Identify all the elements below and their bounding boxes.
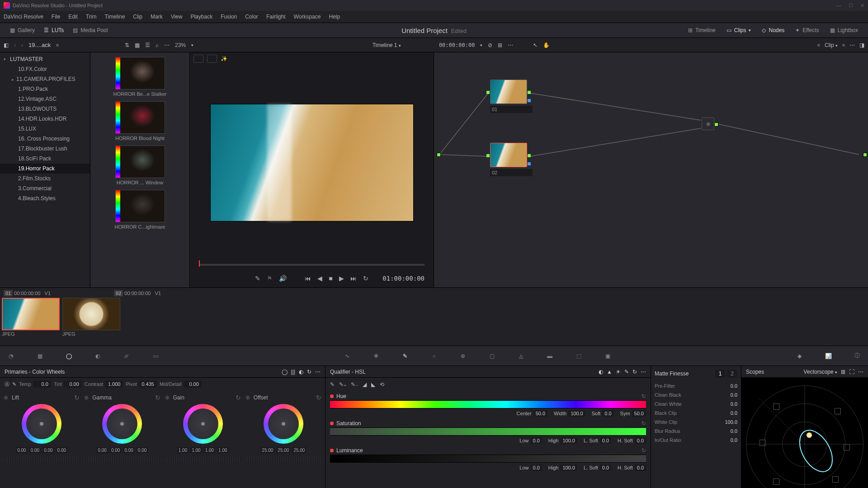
sat-reset-icon[interactable]: ↻ <box>642 420 646 427</box>
lift-wheel[interactable]: ⊕Lift↻0.000.000.000.00 <box>4 394 80 488</box>
lum-hsoft-field[interactable]: H. Soft0.0 <box>618 465 646 471</box>
matte-param[interactable]: Black Clip0.0 <box>655 408 737 418</box>
motion-effects-icon[interactable]: ▭ <box>150 351 161 361</box>
info-icon[interactable]: ⓘ <box>852 351 863 361</box>
feather-add-icon[interactable]: ◢ <box>363 381 367 388</box>
menu-workspace[interactable]: Workspace <box>294 14 321 20</box>
node-01[interactable]: 01 <box>490 80 533 113</box>
hdr-wheels-icon[interactable]: ◐ <box>92 351 103 361</box>
lightbox-button[interactable]: ▦Lightbox <box>826 25 863 35</box>
keyframes-icon[interactable]: ◆ <box>794 351 805 361</box>
tree-item[interactable]: 16. Cross Processing <box>0 134 90 144</box>
viewer-timecode[interactable]: 00:00:00:00 <box>439 42 475 48</box>
middetail-field[interactable]: Mid/Detail0.00 <box>160 380 202 388</box>
timeline-dropdown[interactable]: Timeline 1 ▾ <box>373 42 401 48</box>
hue-center-field[interactable]: Center50.0 <box>517 410 547 417</box>
primaries-reset-icon[interactable]: ↻ <box>307 369 311 375</box>
lut-thumb[interactable]: HORROR Blood Night <box>95 101 185 141</box>
menu-trim[interactable]: Trim <box>86 14 97 20</box>
qual-3d-icon[interactable]: ✎ <box>624 369 629 375</box>
clip-thumb[interactable]: JPEG <box>62 298 120 337</box>
luts-button[interactable]: ☰LUTs <box>39 25 68 35</box>
lut-thumb[interactable]: HORROR Be...e Stalker <box>95 57 185 97</box>
first-frame-icon[interactable]: ⏮ <box>305 275 311 282</box>
hue-sym-field[interactable]: Sym50.0 <box>620 410 646 417</box>
grid-view-icon[interactable]: ▦ <box>135 42 140 48</box>
menu-mark[interactable]: Mark <box>151 14 163 20</box>
clip-dropdown[interactable]: Clip ▾ <box>825 42 838 48</box>
primaries-more-icon[interactable]: ⋯ <box>315 369 321 375</box>
sizing-icon[interactable]: ⬚ <box>573 351 584 361</box>
panel-toggle-icon[interactable]: ◧ <box>4 42 9 48</box>
lum-range-bar[interactable] <box>330 455 646 463</box>
feather-sub-icon[interactable]: ◣ <box>371 381 375 388</box>
menu-timeline[interactable]: Timeline <box>104 14 125 20</box>
menu-edit[interactable]: Edit <box>68 14 78 20</box>
viewer-more-icon[interactable]: ⋯ <box>508 42 513 48</box>
picker-sub-icon[interactable]: ✎₋ <box>351 381 358 388</box>
lum-high-field[interactable]: High100.0 <box>548 465 577 471</box>
hand-tool-icon[interactable]: ✋ <box>543 42 550 48</box>
hue-width-field[interactable]: Width100.0 <box>554 410 585 417</box>
tree-item[interactable]: 15.LUX <box>0 124 90 134</box>
viewer-mode-2-icon[interactable] <box>207 55 217 63</box>
curves-icon[interactable]: ∿ <box>342 351 353 361</box>
clip-thumb[interactable]: JPEG <box>2 298 60 337</box>
matte-param[interactable]: Blur Radius0.0 <box>655 427 737 436</box>
scope-more-icon[interactable]: ⋯ <box>858 369 863 375</box>
tree-item[interactable]: 18.SciFi Pack <box>0 154 90 164</box>
hue-range-bar[interactable] <box>330 400 646 408</box>
tree-item[interactable]: 12.Vintage.ASC <box>0 94 90 104</box>
window-maximize-icon[interactable]: ☐ <box>849 3 853 9</box>
play-icon[interactable]: ▶ <box>339 275 344 282</box>
window-close-icon[interactable]: ✕ <box>860 3 864 9</box>
menu-file[interactable]: File <box>52 14 60 20</box>
auto-balance-icon[interactable]: Ⓐ <box>5 381 9 388</box>
pick-color-icon[interactable]: ✎ <box>255 275 260 282</box>
menu-davinci-resolve[interactable]: DaVinci Resolve <box>4 14 43 20</box>
pick-white-icon[interactable]: ✎ <box>12 381 16 387</box>
qual-more-icon[interactable]: ⋯ <box>641 369 646 375</box>
scope-layout-icon[interactable]: ⊞ <box>841 369 845 375</box>
menu-view[interactable]: View <box>171 14 183 20</box>
viewer-scrubber[interactable] <box>190 260 434 269</box>
qual-reset-icon[interactable]: ↻ <box>632 369 637 375</box>
matte-tab-1[interactable]: 1 <box>715 370 726 378</box>
wand-icon[interactable]: ✨ <box>221 56 227 62</box>
qual-rgb-icon[interactable]: ▲ <box>607 369 612 375</box>
menu-fusion[interactable]: Fusion <box>221 14 237 20</box>
media-pool-button[interactable]: ▤Media Pool <box>68 25 112 35</box>
sort-icon[interactable]: ⇅ <box>125 42 129 48</box>
sat-lsoft-field[interactable]: L. Soft0.0 <box>584 437 611 444</box>
window-minimize-icon[interactable]: — <box>836 3 841 9</box>
lum-low-field[interactable]: Low0.0 <box>519 465 542 471</box>
more-icon[interactable]: ⋯ <box>164 42 170 48</box>
lum-reset-icon[interactable]: ↻ <box>642 447 646 454</box>
node-panel-toggle-icon[interactable]: ◨ <box>859 42 864 48</box>
tint-field[interactable]: Tint0.00 <box>54 380 82 388</box>
qual-lum-icon[interactable]: ☀ <box>616 369 621 375</box>
matte-param[interactable]: White Clip100.0 <box>655 418 737 427</box>
matte-tab-2[interactable]: 2 <box>727 370 737 378</box>
invert-icon[interactable]: ⟲ <box>380 381 384 388</box>
tracking-icon[interactable]: ⊕ <box>458 351 468 361</box>
node-more-icon[interactable]: ⋯ <box>849 42 855 48</box>
scope-type-dropdown[interactable]: Vectorscope ▾ <box>804 369 837 375</box>
matte-param[interactable]: Clean Black0.0 <box>655 390 737 399</box>
lut-thumb[interactable]: HORROR ... Window <box>95 145 185 185</box>
contrast-field[interactable]: Contrast1.000 <box>85 380 123 388</box>
menu-help[interactable]: Help <box>329 14 340 20</box>
prev-frame-icon[interactable]: ◀ <box>317 275 322 282</box>
menu-color[interactable]: Color <box>245 14 258 20</box>
qualifier-icon[interactable]: ✎ <box>400 351 410 361</box>
color-warper-icon[interactable]: ❋ <box>371 351 382 361</box>
clips-button[interactable]: ▭Clips▾ <box>722 25 756 35</box>
offset-wheel[interactable]: ⊕Offset↻25.0025.0025.00 <box>245 394 321 488</box>
search-icon[interactable]: ⌕ <box>156 42 159 48</box>
menu-fairlight[interactable]: Fairlight <box>266 14 286 20</box>
tree-item[interactable]: 3.Commercial <box>0 183 90 193</box>
bypass-icon[interactable]: ⊘ <box>488 42 492 48</box>
tree-item[interactable]: 13.BLOWOUTS <box>0 104 90 114</box>
magic-mask-icon[interactable]: ▢ <box>486 351 497 361</box>
tree-item[interactable]: 17.Blockbuster Lush <box>0 144 90 154</box>
